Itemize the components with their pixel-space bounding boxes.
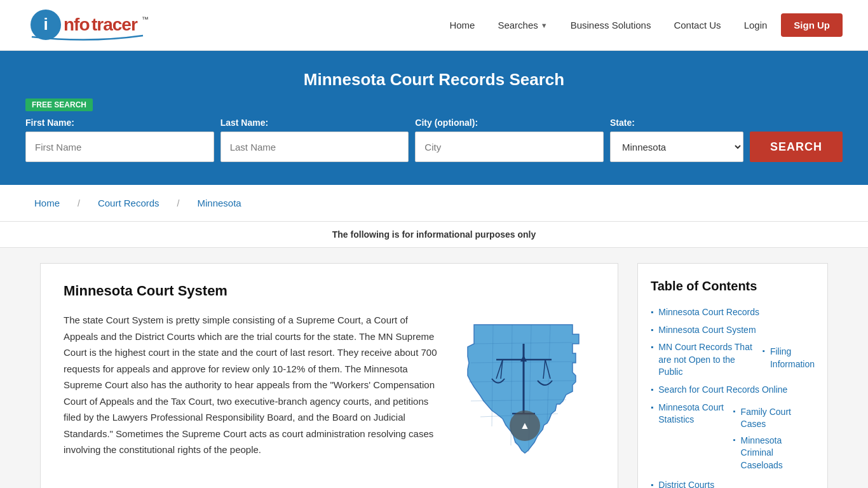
city-input[interactable] (415, 132, 604, 162)
state-group: State: Minnesota (610, 118, 743, 162)
nav-home[interactable]: Home (440, 15, 484, 36)
article-text: The state Court System is pretty simple … (64, 312, 440, 458)
hero-title: Minnesota Court Records Search (25, 70, 843, 90)
city-group: City (optional): (415, 118, 604, 162)
logo-area: i nfo tracer ™ (25, 8, 153, 43)
sidebar: Table of Contents Minnesota Court Record… (637, 263, 828, 488)
last-name-group: Last Name: (220, 118, 409, 162)
nav-login[interactable]: Login (735, 15, 776, 36)
breadcrumb-court-records[interactable]: Court Records (89, 193, 168, 214)
breadcrumb-sep-1: / (78, 198, 80, 208)
toc-subitem-5-1: Family Court Cases (733, 404, 815, 433)
page-header: i nfo tracer ™ Home Searches ▼ Business … (0, 0, 868, 51)
mn-map-image (455, 312, 595, 464)
toc-sublink-5-2[interactable]: Minnesota Criminal Caseloads (741, 435, 815, 472)
info-bar-text: The following is for informational purpo… (332, 229, 536, 240)
logo[interactable]: i nfo tracer ™ (25, 8, 153, 43)
toc-link-1[interactable]: Minnesota Court Records (658, 306, 759, 319)
toc-link-3[interactable]: MN Court Records That are not Open to th… (658, 341, 754, 379)
toc-item-3: MN Court Records That are not Open to th… (651, 339, 815, 381)
toc-item-4: Search for Court Records Online (651, 381, 815, 399)
state-select[interactable]: Minnesota (610, 132, 743, 162)
toc-subitem-3-1: Filing Information (763, 344, 815, 372)
nav-business[interactable]: Business Solutions (562, 15, 660, 36)
first-name-group: First Name: (25, 118, 214, 162)
toc-title: Table of Contents (651, 279, 815, 294)
toc-subitem-5-2: Minnesota Criminal Caseloads (733, 433, 815, 474)
last-name-label: Last Name: (220, 118, 409, 128)
nav-signup[interactable]: Sign Up (781, 13, 843, 37)
toc-card: Table of Contents Minnesota Court Record… (637, 263, 828, 488)
breadcrumb: Home / Court Records / Minnesota (0, 185, 868, 222)
svg-text:™: ™ (142, 15, 149, 23)
toc-item-1: Minnesota Court Records (651, 304, 815, 322)
article-image-wrap (455, 312, 595, 447)
toc-sub-3: Filing Information (763, 344, 815, 372)
toc-link-4[interactable]: Search for Court Records Online (658, 384, 787, 396)
toc-sublink-5-1[interactable]: Family Court Cases (741, 406, 815, 431)
toc-item-5: Minnesota Court Statistics Family Court … (651, 399, 815, 477)
article: Minnesota Court System The state Court S… (40, 263, 618, 488)
search-button[interactable]: SEARCH (750, 132, 843, 162)
chevron-down-icon: ▼ (541, 22, 548, 29)
toc-sub-5: Family Court Cases Minnesota Criminal Ca… (733, 404, 815, 474)
hero-section: Minnesota Court Records Search FREE SEAR… (0, 51, 868, 185)
toc-item-6: District Courts (651, 477, 815, 488)
toc-link-2[interactable]: Minnesota Court System (658, 324, 756, 337)
toc-sublink-3-1[interactable]: Filing Information (770, 346, 815, 370)
scroll-up-button[interactable] (510, 410, 540, 441)
state-label: State: (610, 118, 743, 128)
article-heading: Minnesota Court System (64, 283, 595, 299)
main-content: Minnesota Court System The state Court S… (21, 248, 847, 488)
breadcrumb-sep-2: / (177, 198, 180, 208)
free-badge: FREE SEARCH (25, 98, 93, 111)
last-name-input[interactable] (220, 132, 409, 162)
info-bar: The following is for informational purpo… (0, 222, 868, 248)
search-form: First Name: Last Name: City (optional): … (25, 118, 843, 162)
svg-text:i: i (43, 15, 48, 34)
breadcrumb-minnesota[interactable]: Minnesota (189, 193, 250, 214)
breadcrumb-home[interactable]: Home (25, 193, 69, 214)
first-name-label: First Name: (25, 118, 214, 128)
nav-searches[interactable]: Searches ▼ (489, 15, 556, 36)
logo-svg: i nfo tracer ™ (25, 8, 153, 43)
toc-item-2: Minnesota Court System (651, 322, 815, 339)
toc-link-6[interactable]: District Courts (658, 479, 714, 488)
city-label: City (optional): (415, 118, 604, 128)
main-nav: Home Searches ▼ Business Solutions Conta… (440, 13, 843, 37)
svg-text:tracer: tracer (92, 15, 138, 34)
toc-link-5[interactable]: Minnesota Court Statistics (658, 402, 724, 426)
article-inner: The state Court System is pretty simple … (64, 312, 595, 458)
toc-list: Minnesota Court Records Minnesota Court … (651, 304, 815, 488)
svg-text:nfo: nfo (64, 15, 90, 34)
nav-contact[interactable]: Contact Us (665, 15, 729, 36)
first-name-input[interactable] (25, 132, 214, 162)
